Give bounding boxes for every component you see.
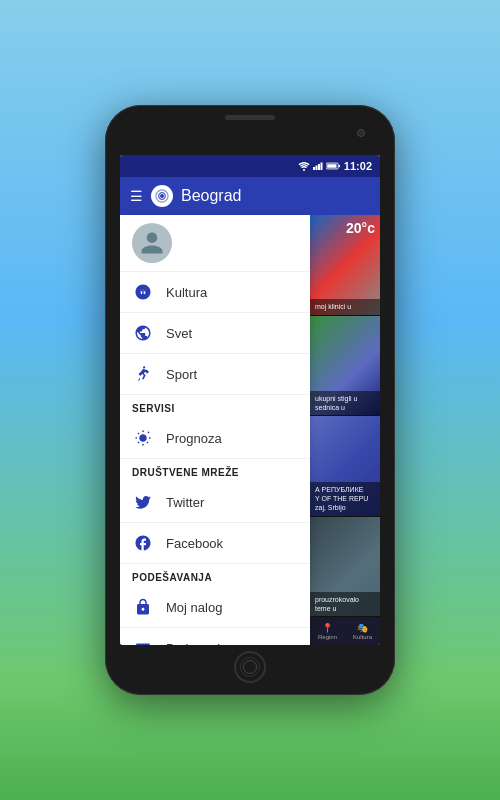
- sport-label: Sport: [166, 367, 197, 382]
- brzi-meni-label: Brzi meni: [166, 641, 220, 646]
- menu-item-moj-nalog[interactable]: Moj nalog: [120, 587, 310, 628]
- content-area: 20°c moj klinici u ukupni stigli usednic…: [310, 215, 380, 645]
- menu-item-svet[interactable]: Svet: [120, 313, 310, 354]
- status-time: 11:02: [344, 160, 372, 172]
- facebook-icon: [132, 532, 154, 554]
- radio-icon: [154, 188, 170, 204]
- list-icon: [132, 637, 154, 645]
- content-card-4: prouzrokovaloteme u: [310, 517, 380, 618]
- menu-item-twitter[interactable]: Twitter: [120, 482, 310, 523]
- svg-rect-7: [339, 165, 340, 167]
- card2-text: ukupni stigli usednica u: [315, 394, 375, 412]
- content-card-1: 20°c moj klinici u: [310, 215, 380, 316]
- menu-item-prognoza[interactable]: Prognoza: [120, 418, 310, 459]
- svg-rect-4: [320, 163, 322, 171]
- card3-text: А РЕПУБЛИКЕY OF THE REPUzaj, Srbijo: [315, 485, 375, 512]
- section-drustvene: DRUŠTVENE MREŽE: [120, 459, 310, 482]
- phone-screen: 11:02 ☰ Beograd: [120, 155, 380, 645]
- status-icons: [298, 161, 340, 171]
- menu-item-kultura[interactable]: Kultura: [120, 272, 310, 313]
- avatar: [132, 223, 172, 263]
- tab-kultura[interactable]: 🎭 Kultura: [345, 617, 380, 645]
- app-title: Beograd: [181, 187, 242, 205]
- nav-drawer: Kultura Svet: [120, 215, 310, 645]
- facebook-label: Facebook: [166, 536, 223, 551]
- kultura-label: Kultura: [166, 285, 207, 300]
- card4-text: prouzrokovaloteme u: [315, 595, 375, 613]
- svg-rect-3: [318, 164, 320, 170]
- bottom-tab-bar: 📍 Region 🎭 Kultura: [310, 617, 380, 645]
- speaker: [225, 115, 275, 120]
- lock-icon: [132, 596, 154, 618]
- content-card-2: ukupni stigli usednica u: [310, 316, 380, 417]
- kultura-tab-label: Kultura: [353, 634, 372, 640]
- svet-label: Svet: [166, 326, 192, 341]
- sun-icon: [132, 427, 154, 449]
- twitter-label: Twitter: [166, 495, 204, 510]
- temperature: 20°c: [346, 220, 375, 236]
- svg-rect-6: [327, 164, 336, 168]
- menu-item-sport[interactable]: Sport: [120, 354, 310, 395]
- svg-rect-1: [313, 167, 315, 170]
- moj-nalog-label: Moj nalog: [166, 600, 222, 615]
- svg-point-9: [143, 366, 145, 368]
- camera: [357, 129, 365, 137]
- menu-item-brzi-meni[interactable]: Brzi meni: [120, 628, 310, 645]
- svg-point-0: [303, 169, 305, 171]
- card3-overlay: А РЕПУБЛИКЕY OF THE REPUzaj, Srbijo: [310, 482, 380, 515]
- screen-content: Kultura Svet: [120, 215, 380, 645]
- prognoza-label: Prognoza: [166, 431, 222, 446]
- tab-region[interactable]: 📍 Region: [310, 617, 345, 645]
- twitter-icon: [132, 491, 154, 513]
- running-icon: [132, 363, 154, 385]
- svg-point-8: [160, 194, 164, 198]
- hamburger-icon[interactable]: ☰: [130, 188, 143, 204]
- home-button[interactable]: [234, 651, 266, 683]
- status-bar: 11:02: [120, 155, 380, 177]
- section-servisi: SERVISI: [120, 395, 310, 418]
- home-dots: [243, 660, 257, 674]
- card4-overlay: prouzrokovaloteme u: [310, 592, 380, 616]
- wifi-icon: [298, 161, 310, 171]
- card1-text: moj klinici u: [315, 302, 375, 311]
- profile-area: [120, 215, 310, 272]
- mask-icon: [132, 281, 154, 303]
- signal-icon: [313, 161, 323, 171]
- app-header: ☰ Beograd: [120, 177, 380, 215]
- app-logo: [151, 185, 173, 207]
- battery-icon: [326, 162, 340, 170]
- content-card-3: А РЕПУБЛИКЕY OF THE REPUzaj, Srbijo: [310, 416, 380, 517]
- svg-rect-2: [315, 166, 317, 171]
- card1-overlay: moj klinici u: [310, 299, 380, 314]
- person-icon: [139, 230, 165, 256]
- menu-item-facebook[interactable]: Facebook: [120, 523, 310, 564]
- kultura-tab-icon: 🎭: [357, 623, 368, 633]
- region-label: Region: [318, 634, 337, 640]
- home-button-inner: [240, 657, 260, 677]
- region-icon: 📍: [322, 623, 333, 633]
- card2-overlay: ukupni stigli usednica u: [310, 391, 380, 415]
- section-podesavanja: PODEŠAVANJA: [120, 564, 310, 587]
- phone-device: 11:02 ☰ Beograd: [105, 105, 395, 695]
- globe-icon: [132, 322, 154, 344]
